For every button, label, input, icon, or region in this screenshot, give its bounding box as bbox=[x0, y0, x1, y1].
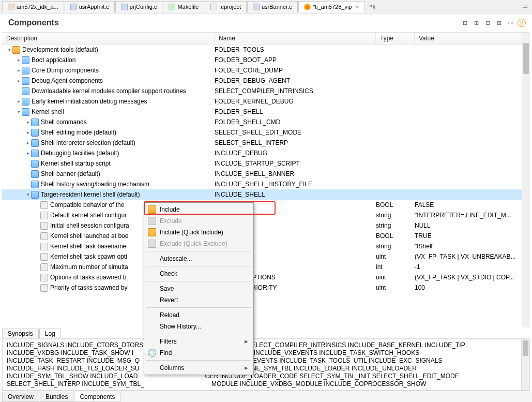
inc-icon bbox=[148, 205, 156, 214]
boxes-icon bbox=[31, 191, 39, 199]
tree-row[interactable]: Downloadable kernel modules compiler sup… bbox=[2, 86, 530, 96]
tree-row[interactable]: Kernel shell task spawn optiOPTIONSuint(… bbox=[2, 251, 530, 262]
tab-5[interactable]: usrBanner.c bbox=[247, 1, 298, 12]
scroll-thumb[interactable] bbox=[523, 43, 529, 74]
tab-0[interactable]: am572x_idk_a... bbox=[2, 1, 64, 12]
menu-item: Exclude (Quick Exclude) bbox=[145, 238, 252, 249]
tool5-icon[interactable]: ↦ bbox=[506, 19, 514, 27]
tree-row[interactable]: ▸Debugging facilities (default)INCLUDE_D… bbox=[2, 148, 530, 158]
tree-row[interactable]: Compatible behavior of theATIBLEBOOLFALS… bbox=[2, 200, 530, 210]
menu-item[interactable]: Columns▶ bbox=[145, 362, 252, 374]
tree-row[interactable]: ▸Boot applicationFOLDER_BOOT_APP bbox=[2, 55, 530, 65]
menu-item[interactable]: Save bbox=[145, 283, 252, 294]
menu-item[interactable]: Include bbox=[145, 204, 252, 215]
tree-body[interactable]: ▾Development tools (default)FOLDER_TOOLS… bbox=[2, 44, 530, 327]
boxes-icon bbox=[22, 67, 29, 75]
tab-1[interactable]: usrAppInit.c bbox=[65, 1, 115, 12]
tree-row[interactable]: ▾Target-resident kernel shell (default)I… bbox=[2, 189, 530, 200]
tree-value: (VX_FP_TASK | VX_UNBREAKAB... bbox=[415, 253, 530, 260]
tree-row[interactable]: Initial shell session configuraCONFIGstr… bbox=[2, 220, 530, 231]
menu-item[interactable]: Filters▶ bbox=[145, 336, 252, 347]
boxes-icon bbox=[22, 77, 29, 85]
menu-item[interactable]: Check bbox=[145, 268, 252, 279]
scroll-thumb[interactable] bbox=[523, 340, 528, 356]
footer-tab-bundles[interactable]: Bundles bbox=[40, 392, 73, 402]
tree-row[interactable]: Shell banner (default)INCLUDE_SHELL_BANN… bbox=[2, 169, 530, 179]
help-icon[interactable]: ? bbox=[518, 19, 526, 27]
tree-row[interactable]: Kernel shell launched at booAT_BOOTBOOLT… bbox=[2, 231, 530, 241]
tree-row[interactable]: ▸Core Dump componentsFOLDER_CORE_DUMP bbox=[2, 65, 530, 76]
expander-icon[interactable]: ▸ bbox=[16, 99, 22, 104]
tree-row[interactable]: Default kernel shell configurLT_CONFIGst… bbox=[2, 210, 530, 220]
menu-label: Check bbox=[160, 270, 177, 277]
expander-icon[interactable]: ▸ bbox=[25, 130, 31, 135]
expander-icon[interactable]: ▸ bbox=[16, 68, 22, 73]
tree-row[interactable]: ▾Development tools (default)FOLDER_TOOLS bbox=[2, 44, 530, 55]
tab-4[interactable]: .cproject bbox=[205, 1, 247, 12]
tree-row[interactable]: Kernel shell startup scriptINCLUDE_START… bbox=[2, 158, 530, 169]
file-icon bbox=[210, 4, 217, 10]
log-area[interactable]: INCLUDE_SIGNALS INCLUDE_CTORS_DTORS INTR… bbox=[2, 339, 530, 391]
tree-row[interactable]: Kernel shell task basenameNAME_BASEstrin… bbox=[2, 241, 530, 251]
tree-row[interactable]: Maximum number of simultaESSIONSint-1 bbox=[2, 262, 530, 272]
menu-item[interactable]: Include (Quick Include) bbox=[145, 227, 252, 238]
menu-item[interactable]: Reload bbox=[145, 309, 252, 321]
tool4-icon[interactable]: ⊞ bbox=[495, 19, 503, 27]
expander-icon[interactable]: ▸ bbox=[16, 57, 22, 63]
tree-name: INCLUDE_DEBUG bbox=[215, 150, 376, 157]
footer-tab-overview[interactable]: Overview bbox=[2, 392, 39, 402]
tree-row[interactable]: ▸Debug Agent componentsFOLDER_DEBUG_AGEN… bbox=[2, 76, 530, 86]
expander-icon[interactable]: ▸ bbox=[25, 120, 31, 125]
close-icon[interactable]: ✕ bbox=[355, 4, 359, 10]
tree-name: FOLDER_KERNEL_DEBUG bbox=[215, 98, 376, 105]
menu-label: Include (Quick Include) bbox=[160, 229, 223, 236]
log-line: INCLUDE_HASH INCLUDE_TLS_LOADER_SU DE_ST… bbox=[7, 365, 525, 373]
tree-type: uint bbox=[376, 284, 415, 291]
param-icon bbox=[40, 212, 48, 219]
col-description[interactable]: Description bbox=[2, 33, 215, 44]
tab-2[interactable]: prjConfig.c bbox=[115, 1, 163, 12]
expander-icon[interactable]: ▸ bbox=[25, 140, 31, 145]
tree-row[interactable]: ▸Early kernel initialization debug messa… bbox=[2, 96, 530, 107]
param-icon bbox=[40, 201, 48, 209]
tab-log[interactable]: Log bbox=[39, 329, 61, 338]
footer-tab-components[interactable]: Components bbox=[74, 392, 120, 402]
collapse-icon[interactable]: ⊟ bbox=[461, 19, 469, 27]
expander-icon[interactable]: ▾ bbox=[6, 47, 12, 52]
menu-separator bbox=[146, 334, 251, 334]
col-value[interactable]: Value bbox=[415, 33, 530, 44]
tab-overflow[interactable]: »9 bbox=[366, 2, 378, 10]
minimize-icon[interactable]: – bbox=[509, 3, 518, 10]
toolbar: ⊟ ⊞ ⊟ ⊞ ↦ ? bbox=[461, 19, 526, 27]
expander-icon[interactable]: ▾ bbox=[16, 109, 22, 114]
col-type[interactable]: Type bbox=[376, 33, 415, 44]
menu-item[interactable]: Revert bbox=[145, 294, 252, 306]
menu-item[interactable]: Show History... bbox=[145, 321, 252, 332]
tree-row[interactable]: ▸Shell editing mode (default)SELECT_SHEL… bbox=[2, 127, 530, 138]
expander-icon[interactable]: ▸ bbox=[16, 78, 22, 83]
tree-row[interactable]: ▾Kernel shellFOLDER_SHELL bbox=[2, 107, 530, 117]
maximize-icon[interactable]: ▭ bbox=[521, 3, 529, 10]
tab-6[interactable]: *ti_am5728_vip✕ bbox=[298, 1, 366, 12]
menu-item[interactable]: Autoscale... bbox=[145, 253, 252, 264]
tree-row[interactable]: Priority of tasks spawned byIED_TASK_PRI… bbox=[2, 282, 530, 293]
tree-row[interactable]: Options of tasks spawned bIED_TASK_OPTIO… bbox=[2, 272, 530, 282]
scrollbar-vertical[interactable] bbox=[521, 339, 529, 390]
tool3-icon[interactable]: ⊟ bbox=[483, 19, 492, 27]
tree-type: string bbox=[376, 222, 415, 229]
scrollbar-vertical[interactable] bbox=[522, 33, 530, 327]
tree-row[interactable]: ▸Shell commandsFOLDER_SHELL_CMD bbox=[2, 117, 530, 127]
tree-label: Shell banner (default) bbox=[41, 170, 100, 177]
menu-label: Filters bbox=[160, 338, 177, 345]
menu-item[interactable]: Find bbox=[145, 347, 252, 359]
tree-row[interactable]: Shell history saving/loading mechanismIN… bbox=[2, 179, 530, 189]
expand-icon[interactable]: ⊞ bbox=[472, 19, 480, 27]
tree-row[interactable]: ▸Shell interpreter selection (default)SE… bbox=[2, 138, 530, 148]
expander-icon[interactable]: ▸ bbox=[25, 151, 31, 156]
tab-3[interactable]: Makefile bbox=[163, 1, 204, 12]
expander-icon[interactable]: ▾ bbox=[25, 192, 31, 197]
col-name[interactable]: Name bbox=[215, 33, 376, 44]
submenu-arrow-icon: ▶ bbox=[245, 339, 248, 344]
tab-synopsis[interactable]: Synopsis bbox=[2, 329, 39, 338]
tree-label: Kernel shell task spawn opti bbox=[50, 253, 127, 260]
